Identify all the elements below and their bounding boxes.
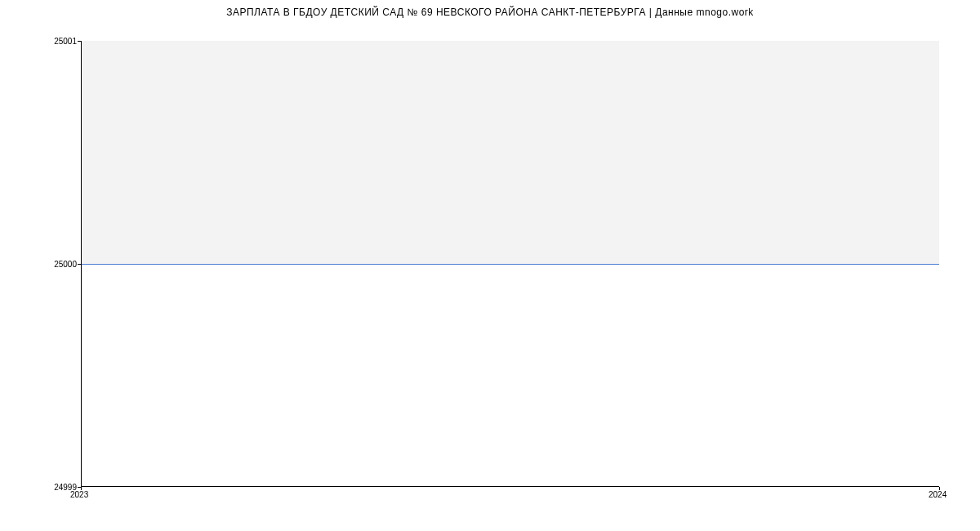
x-tick-mark [939,487,940,490]
y-tick-label: 25001 [54,37,77,46]
x-tick-mark [81,487,82,490]
x-tick-label: 2023 [70,490,88,499]
x-tick-label: 2024 [929,490,947,499]
salary-line [82,264,939,265]
y-tick-mark [78,41,81,42]
chart-title: ЗАРПЛАТА В ГБДОУ ДЕТСКИЙ САД № 69 НЕВСКО… [0,7,980,18]
salary-chart: ЗАРПЛАТА В ГБДОУ ДЕТСКИЙ САД № 69 НЕВСКО… [0,0,980,531]
fill-region-lower [82,264,939,487]
y-tick-mark [78,264,81,265]
y-tick-label: 25000 [54,260,77,269]
plot-area [81,41,939,487]
fill-region-upper [82,41,939,264]
